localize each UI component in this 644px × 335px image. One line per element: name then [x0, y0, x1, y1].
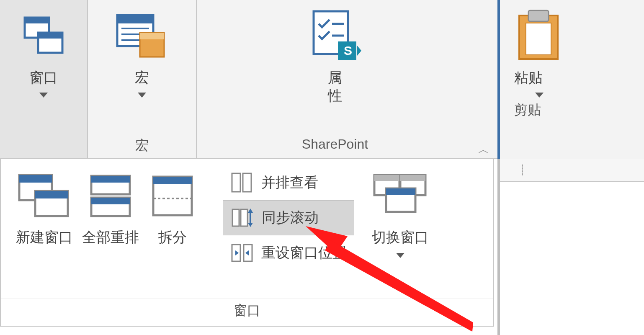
clipboard-icon: [514, 7, 564, 65]
macro-icon: [115, 7, 169, 65]
svg-rect-23: [91, 176, 130, 183]
sync-scroll-label: 同步滚动: [262, 208, 319, 227]
switch-window-button[interactable]: 切换窗口: [371, 168, 430, 258]
sync-scroll-button[interactable]: 同步滚动: [223, 200, 354, 235]
side-by-side-icon: [230, 171, 254, 194]
macro-group-label: 宏: [88, 133, 196, 158]
window-button[interactable]: 窗口: [0, 0, 87, 98]
document-area-stub: ┊: [497, 159, 644, 335]
macro-group: 宏 宏: [88, 0, 197, 158]
switch-window-label: 切换窗口: [372, 228, 429, 247]
split-button[interactable]: 拆分: [147, 168, 198, 247]
svg-rect-29: [232, 173, 240, 192]
clipboard-group-label: 剪贴: [509, 98, 644, 123]
new-window-button[interactable]: 新建窗口: [15, 168, 74, 247]
svg-rect-30: [243, 173, 251, 192]
properties-button[interactable]: S 属 性: [299, 0, 371, 104]
view-side-by-side-label: 并排查看: [261, 173, 318, 192]
svg-rect-16: [528, 10, 549, 21]
svg-rect-19: [19, 175, 52, 183]
svg-marker-35: [248, 223, 253, 227]
chevron-down-icon: [138, 93, 146, 98]
clipboard-group: 粘贴 剪贴: [497, 0, 644, 159]
macro-button[interactable]: 宏: [106, 0, 178, 98]
arrange-all-button[interactable]: 全部重排: [82, 168, 139, 247]
svg-rect-1: [25, 18, 49, 23]
view-side-by-side-button[interactable]: 并排查看: [223, 165, 354, 200]
paste-button[interactable]: 粘贴: [509, 0, 573, 98]
window-group: 窗口: [0, 0, 88, 158]
arrange-all-label: 全部重排: [82, 228, 139, 247]
properties-label: 属 性: [328, 69, 342, 104]
svg-rect-31: [232, 209, 239, 226]
svg-rect-3: [38, 33, 62, 39]
svg-rect-27: [153, 177, 192, 184]
window-group-label: 窗口: [1, 299, 493, 326]
macro-label: 宏: [135, 69, 149, 87]
svg-rect-17: [526, 23, 551, 55]
reset-position-label: 重设窗口位置: [261, 243, 347, 263]
window-dropdown-panel: 新建窗口 全部重排 拆分: [0, 159, 494, 327]
sync-scroll-icon: [231, 206, 254, 229]
reset-position-button[interactable]: 重设窗口位置: [223, 235, 354, 271]
svg-rect-43: [400, 175, 425, 181]
svg-rect-10: [140, 33, 164, 39]
arrange-all-icon: [85, 168, 136, 226]
window-label: 窗口: [29, 69, 58, 87]
split-label: 拆分: [158, 228, 187, 247]
compare-options: 并排查看 同步滚动 重设窗口位置: [223, 165, 354, 271]
sharepoint-group-label: SharePoint: [197, 133, 473, 158]
collapse-ribbon-icon[interactable]: ︿: [478, 142, 489, 157]
svg-rect-41: [374, 175, 399, 181]
switch-window-icon: [371, 168, 430, 226]
new-window-icon: [15, 168, 74, 226]
svg-rect-45: [386, 188, 415, 195]
window-icon: [21, 7, 67, 65]
svg-rect-25: [91, 198, 130, 204]
reset-position-icon: [230, 241, 254, 265]
split-icon: [147, 168, 198, 226]
properties-icon: S: [308, 7, 362, 65]
chevron-down-icon: [535, 93, 544, 98]
paste-label: 粘贴: [514, 69, 543, 87]
chevron-down-icon: [396, 253, 404, 258]
svg-marker-34: [248, 209, 253, 213]
svg-rect-5: [117, 15, 153, 23]
svg-rect-21: [35, 191, 68, 198]
svg-rect-32: [241, 209, 247, 226]
svg-text:S: S: [344, 44, 352, 57]
ruler-stub: ┊: [500, 159, 644, 182]
chevron-down-icon: [39, 93, 48, 98]
new-window-label: 新建窗口: [16, 228, 73, 247]
sharepoint-group: S 属 性 SharePoint: [197, 0, 473, 158]
